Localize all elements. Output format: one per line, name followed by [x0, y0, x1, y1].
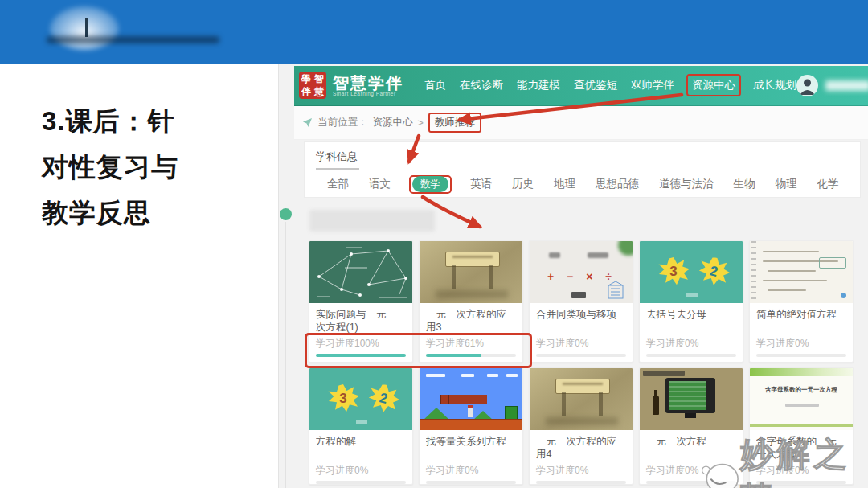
course-thumbnail-number-starburst: 3 2	[640, 241, 743, 303]
blurred-username[interactable]	[825, 80, 868, 91]
nav-item[interactable]: 在线诊断	[460, 78, 503, 92]
thumb-decor	[356, 420, 367, 424]
thumb-decor	[420, 419, 522, 430]
subject-chip[interactable]: 化学	[817, 177, 839, 191]
thumb-decor	[653, 396, 659, 415]
progress-bar	[536, 354, 626, 357]
logo-char: 伴	[301, 86, 311, 97]
thumb-decor	[751, 241, 756, 303]
thumb-decor	[571, 292, 586, 298]
thumb-decor	[426, 374, 445, 377]
subject-chip[interactable]: 语文	[369, 177, 391, 191]
app-screenshot: 學 智 伴 慧 智慧学伴 Smart Learning Partner 首页在线…	[278, 64, 868, 488]
course-card[interactable]: + − × ÷ 合并同类项与移项学习进度0%	[529, 240, 633, 363]
logo-char: 慧	[314, 86, 324, 97]
course-thumbnail-tv-screen	[640, 368, 743, 430]
nav-item[interactable]: 能力建模	[517, 78, 560, 92]
course-card[interactable]: 实际问题与一元一次方程(1)学习进度100%	[309, 240, 413, 363]
thumb-decor	[763, 280, 827, 281]
progress-label: 学习进度61%	[426, 337, 516, 351]
nav-item[interactable]: 成长规划	[753, 78, 796, 92]
course-title: 去括号去分母	[646, 308, 736, 334]
timeline-line	[285, 222, 286, 488]
thumb-decor: 3	[657, 257, 690, 286]
breadcrumb-current-teacher-recommend[interactable]: 教师推荐	[428, 113, 481, 133]
progress-bar	[756, 354, 846, 357]
user-cluster: ˅ 初中学生	[796, 75, 868, 96]
tab-subject-info[interactable]: 学科信息	[305, 142, 358, 164]
logo-char: 智	[314, 73, 324, 84]
progress-bar	[646, 481, 736, 484]
subject-chip[interactable]: 历史	[512, 177, 534, 191]
course-card[interactable]: 一元一次方程的应用4学习进度0%	[529, 367, 633, 485]
avatar[interactable]	[796, 75, 818, 96]
progress-label: 学习进度0%	[646, 464, 736, 478]
thumb-decor: 3	[327, 384, 359, 413]
thumb-decor	[686, 293, 698, 297]
brand-logo[interactable]: 學 智 伴 慧	[299, 72, 326, 99]
thumb-decor	[440, 395, 487, 404]
breadcrumb-link-resource-center[interactable]: 资源中心	[373, 116, 413, 129]
nav-item[interactable]: 首页	[424, 78, 446, 92]
slide-note-line: 3.课后：针	[42, 98, 227, 144]
course-thumbnail-lecture-slide: 含字母系数的一元一次方程	[750, 368, 853, 430]
thumb-decor	[546, 417, 618, 425]
thumb-decor	[436, 290, 508, 298]
slide-note: 3.课后：针 对性复习与 教学反思	[42, 98, 227, 236]
subject-chip[interactable]: 地理	[554, 177, 575, 191]
progress-label: 学习进度0%	[536, 337, 626, 351]
course-title: 实际问题与一元一次方程(1)	[316, 308, 406, 334]
subject-chip-selected[interactable]: 数学	[412, 176, 448, 192]
slide-root: 3.课后：针 对性复习与 教学反思 學 智 伴 慧 智慧学伴 Smart Lea…	[0, 0, 868, 488]
course-card[interactable]: 一元一次方程的应用3学习进度61%	[419, 240, 523, 363]
course-card[interactable]: 3 2 去括号去分母学习进度0%	[639, 240, 743, 363]
subject-panel: 学科信息 全部语文数学英语历史地理思想品德道德与法治生物物理化学	[304, 141, 861, 198]
progress-bar	[646, 354, 736, 357]
thumb-decor	[461, 374, 474, 377]
subject-filter-bar: 全部语文数学英语历史地理思想品德道德与法治生物物理化学	[305, 177, 860, 191]
course-title: 一元一次方程的应用3	[426, 308, 516, 334]
thumb-decor	[506, 374, 518, 377]
blurred-logo-pole	[85, 18, 88, 37]
thumb-decor	[819, 257, 846, 269]
brand-name: 智慧学伴	[333, 75, 403, 91]
subject-chip[interactable]: 道德与法治	[659, 177, 714, 191]
breadcrumb-separator: >	[418, 117, 424, 129]
app-header: 學 智 伴 慧 智慧学伴 Smart Learning Partner 首页在线…	[294, 66, 868, 106]
progress-label: 学习进度100%	[316, 337, 406, 351]
progress-bar	[316, 354, 406, 357]
thumb-decor	[763, 251, 819, 252]
progress-label: 学习进度0%	[536, 464, 626, 478]
course-thumbnail-classroom-sign	[420, 241, 522, 303]
slide-note-line: 对性复习与	[42, 144, 227, 190]
course-card[interactable]: 3 2 方程的解学习进度0%	[309, 367, 413, 485]
course-card[interactable]: 找等量关系列方程学习进度0%	[419, 367, 523, 485]
user-icon	[796, 75, 818, 96]
thumb-decor	[841, 293, 846, 298]
thumb-decor	[562, 392, 566, 416]
subject-chip[interactable]: 英语	[470, 177, 492, 191]
course-card[interactable]: 简单的绝对值方程学习进度0%	[749, 240, 854, 363]
subject-chip[interactable]: 思想品德	[596, 177, 639, 191]
progress-label: 学习进度0%	[756, 464, 846, 478]
course-thumbnail-classroom-sign	[530, 368, 633, 430]
course-card[interactable]: 一元一次方程学习进度0%	[639, 367, 743, 485]
thumb-decor	[588, 252, 608, 258]
nav-item[interactable]: 资源中心	[686, 74, 741, 96]
timeline-dot	[280, 208, 292, 220]
progress-bar	[756, 481, 846, 484]
nav-item[interactable]: 双师学伴	[631, 78, 674, 92]
course-title: 含字母系数的一元一次方程	[756, 435, 846, 461]
thumb-decor	[643, 371, 685, 376]
thumb-decor	[599, 392, 603, 416]
brand-block: 智慧学伴 Smart Learning Partner	[333, 75, 403, 96]
subject-chip[interactable]: 物理	[776, 177, 797, 191]
course-title: 方程的解	[316, 435, 406, 461]
course-title: 找等量关系列方程	[426, 435, 516, 461]
nav-item[interactable]: 查优鉴短	[574, 78, 617, 92]
course-card[interactable]: 含字母系数的一元一次方程 含字母系数的一元一次方程学习进度0%	[749, 367, 854, 485]
subject-chip[interactable]: 全部	[327, 177, 349, 191]
thumb-decor	[549, 252, 560, 258]
thumb-decor	[685, 413, 696, 418]
subject-chip[interactable]: 生物	[734, 177, 755, 191]
